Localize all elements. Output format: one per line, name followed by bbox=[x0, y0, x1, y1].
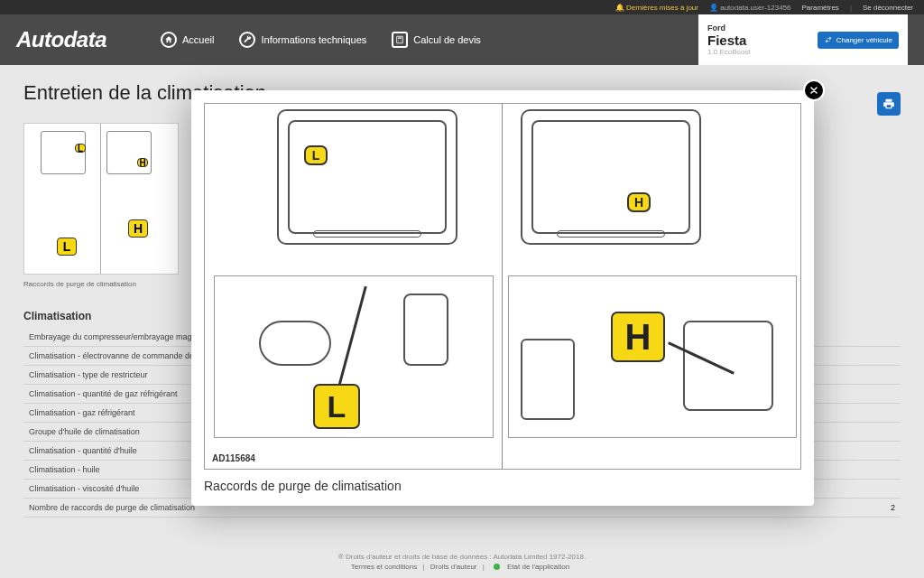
settings-link[interactable]: Paramètres bbox=[802, 4, 839, 12]
modal-caption: Raccords de purge de climatisation bbox=[204, 470, 801, 493]
user-label: autodata.user-123456 bbox=[709, 4, 791, 12]
home-icon bbox=[161, 32, 177, 48]
nav-tech-label: Informations techniques bbox=[261, 34, 366, 45]
spec-label: Embrayage du compresseur/embrayage magné… bbox=[29, 332, 218, 341]
spec-label: Climatisation - huile bbox=[29, 465, 100, 474]
diagram-thumbnail[interactable]: L L H H bbox=[23, 123, 179, 275]
nav-home[interactable]: Accueil bbox=[161, 32, 214, 48]
diagram-modal: L L H bbox=[191, 90, 814, 506]
topbar-upper: Dernières mises à jour autodata.user-123… bbox=[0, 0, 924, 14]
footer-status[interactable]: Etat de l'application bbox=[490, 563, 573, 571]
wrench-icon bbox=[239, 32, 255, 48]
bell-icon bbox=[615, 4, 624, 12]
print-icon bbox=[882, 98, 895, 110]
thumbnail-caption: Raccords de purge de climatisation bbox=[23, 280, 179, 288]
user-icon bbox=[709, 4, 718, 12]
svg-point-2 bbox=[399, 40, 400, 41]
diagram-id: AD115684 bbox=[212, 453, 255, 463]
nav-quote[interactable]: Calcul de devis bbox=[392, 32, 481, 48]
label-high-small: H bbox=[627, 192, 651, 212]
diagram-left: L L bbox=[205, 104, 503, 469]
label-low-large: L bbox=[313, 384, 360, 429]
separator: | bbox=[850, 4, 852, 12]
diagram-area: L L H bbox=[204, 103, 801, 470]
close-icon bbox=[808, 85, 819, 96]
svg-rect-0 bbox=[397, 36, 403, 43]
svg-point-4 bbox=[399, 42, 400, 42]
spec-label: Climatisation - viscosité d'huile bbox=[29, 484, 139, 493]
footer: ® Droits d'auteur et droits de base de d… bbox=[0, 553, 924, 571]
nav-home-label: Accueil bbox=[182, 34, 214, 45]
spec-value: 2 bbox=[891, 503, 895, 512]
svg-point-5 bbox=[401, 42, 402, 42]
updates-link[interactable]: Dernières mises à jour bbox=[615, 4, 698, 12]
footer-copyright: ® Droits d'auteur et droits de base de d… bbox=[0, 553, 924, 561]
swap-icon bbox=[824, 36, 833, 43]
footer-rights[interactable]: Droits d'auteur bbox=[430, 563, 477, 571]
spec-label: Climatisation - quantité d'huile bbox=[29, 446, 137, 455]
status-dot-icon bbox=[494, 564, 500, 570]
spec-label: Groupe d'huile de climatisation bbox=[29, 427, 140, 436]
footer-terms[interactable]: Termes et conditions bbox=[351, 563, 417, 571]
vehicle-model: Fiesta bbox=[707, 33, 751, 48]
nav-quote-label: Calcul de devis bbox=[413, 34, 481, 45]
spec-label: Climatisation - gaz réfrigérant bbox=[29, 408, 135, 417]
main-nav: Accueil Informations techniques Calcul d… bbox=[161, 32, 481, 48]
vehicle-box: Ford Fiesta 1.0 EcoBoost Changer véhicul… bbox=[698, 14, 908, 65]
change-vehicle-button[interactable]: Changer véhicule bbox=[818, 32, 899, 49]
vehicle-engine: 1.0 EcoBoost bbox=[707, 48, 751, 56]
spec-label: Climatisation - quantité de gaz réfrigér… bbox=[29, 389, 178, 398]
brand-logo[interactable]: Autodata bbox=[16, 27, 106, 52]
svg-point-3 bbox=[401, 40, 402, 41]
modal-close-button[interactable] bbox=[803, 79, 825, 101]
logout-link[interactable]: Se déconnecter bbox=[863, 4, 913, 12]
diagram-right: H H bbox=[503, 104, 800, 469]
spec-label: Nombre de raccords de purge de climatisa… bbox=[29, 503, 195, 512]
vehicle-make: Ford bbox=[707, 23, 751, 33]
nav-tech[interactable]: Informations techniques bbox=[239, 32, 366, 48]
svg-rect-1 bbox=[398, 38, 402, 39]
calculator-icon bbox=[392, 32, 408, 48]
label-low-small: L bbox=[304, 145, 328, 165]
label-high-large: H bbox=[611, 312, 665, 362]
print-button[interactable] bbox=[877, 92, 901, 116]
spec-label: Climatisation - type de restricteur bbox=[29, 370, 148, 379]
topbar: Autodata Accueil Informations techniques… bbox=[0, 14, 924, 65]
